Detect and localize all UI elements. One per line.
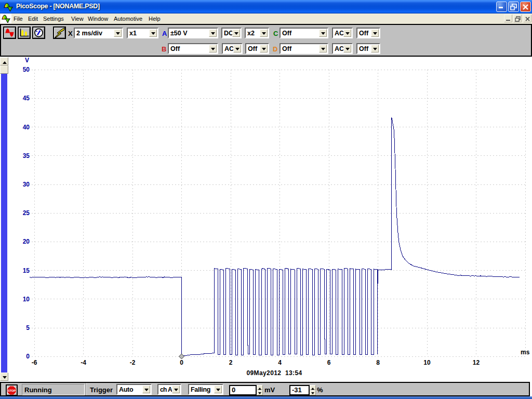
svg-text:0: 0 [180,359,183,366]
svg-text:8: 8 [376,359,380,366]
svg-text:25: 25 [23,209,30,217]
svg-text:V: V [25,57,29,64]
svg-text:10: 10 [423,359,431,366]
svg-text:10: 10 [23,296,30,303]
svg-text:2: 2 [229,359,233,366]
svg-text:6: 6 [327,359,331,366]
svg-text:4: 4 [278,359,282,366]
svg-text:5: 5 [26,324,30,331]
svg-text:09May2012 13:54: 09May2012 13:54 [246,369,302,377]
svg-text:45: 45 [23,95,30,102]
svg-text:-2: -2 [130,359,136,366]
svg-text:35: 35 [23,152,30,159]
svg-text:STOP: STOP [8,389,16,392]
svg-text:40: 40 [23,124,30,131]
svg-text:12: 12 [473,359,480,366]
svg-text:-6: -6 [32,359,37,366]
svg-text:ms: ms [521,349,530,356]
svg-text:50: 50 [23,66,30,73]
svg-text:0: 0 [26,353,30,360]
svg-text:30: 30 [23,181,30,188]
svg-text:-4: -4 [81,359,86,366]
svg-text:15: 15 [23,267,30,274]
svg-text:20: 20 [23,238,30,245]
